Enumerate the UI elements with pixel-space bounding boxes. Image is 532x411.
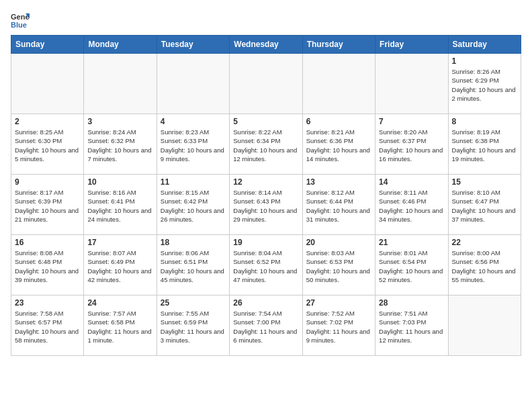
day-info: Sunrise: 8:24 AMSunset: 6:32 PMDaylight:… (87, 128, 152, 163)
weekday-header: Wednesday (230, 36, 302, 54)
calendar-cell: 14Sunrise: 8:11 AMSunset: 6:46 PMDayligh… (375, 175, 448, 235)
day-number: 10 (87, 177, 152, 187)
day-info: Sunrise: 7:52 AMSunset: 7:02 PMDaylight:… (306, 309, 371, 345)
day-number: 11 (161, 177, 226, 187)
day-info: Sunrise: 7:57 AMSunset: 6:58 PMDaylight:… (87, 309, 152, 345)
weekday-header: Sunday (11, 36, 84, 54)
calendar-table: SundayMondayTuesdayWednesdayThursdayFrid… (11, 35, 521, 356)
day-number: 15 (452, 177, 517, 187)
day-info: Sunrise: 7:51 AMSunset: 7:03 PMDaylight:… (379, 309, 444, 345)
weekday-header: Monday (84, 36, 157, 54)
day-info: Sunrise: 8:11 AMSunset: 6:46 PMDaylight:… (379, 188, 444, 224)
calendar-cell: 17Sunrise: 8:07 AMSunset: 6:49 PMDayligh… (84, 235, 157, 295)
calendar-cell (302, 54, 375, 114)
day-info: Sunrise: 8:17 AMSunset: 6:39 PMDaylight:… (15, 188, 80, 224)
day-info: Sunrise: 7:58 AMSunset: 6:57 PMDaylight:… (15, 309, 80, 345)
calendar-cell: 2Sunrise: 8:25 AMSunset: 6:30 PMDaylight… (11, 114, 84, 175)
day-number: 12 (233, 177, 298, 187)
calendar-cell: 18Sunrise: 8:06 AMSunset: 6:51 PMDayligh… (157, 235, 229, 295)
day-number: 2 (15, 117, 80, 126)
calendar-cell: 11Sunrise: 8:15 AMSunset: 6:42 PMDayligh… (157, 175, 229, 235)
day-number: 22 (452, 238, 517, 247)
day-number: 21 (379, 238, 444, 247)
day-number: 3 (87, 117, 152, 126)
calendar-cell: 24Sunrise: 7:57 AMSunset: 6:58 PMDayligh… (84, 295, 157, 356)
day-info: Sunrise: 8:03 AMSunset: 6:53 PMDaylight:… (306, 248, 371, 284)
calendar-cell: 16Sunrise: 8:08 AMSunset: 6:48 PMDayligh… (11, 235, 84, 295)
calendar-cell: 15Sunrise: 8:10 AMSunset: 6:47 PMDayligh… (448, 175, 521, 235)
day-info: Sunrise: 8:07 AMSunset: 6:49 PMDaylight:… (87, 248, 152, 284)
day-number: 7 (379, 117, 444, 126)
calendar-cell: 13Sunrise: 8:12 AMSunset: 6:44 PMDayligh… (302, 175, 375, 235)
weekday-header: Thursday (302, 36, 375, 54)
day-info: Sunrise: 8:14 AMSunset: 6:43 PMDaylight:… (233, 188, 298, 224)
day-info: Sunrise: 8:12 AMSunset: 6:44 PMDaylight:… (306, 188, 371, 224)
weekday-header: Friday (375, 36, 448, 54)
day-info: Sunrise: 8:23 AMSunset: 6:33 PMDaylight:… (161, 128, 226, 163)
calendar-cell: 7Sunrise: 8:20 AMSunset: 6:37 PMDaylight… (375, 114, 448, 175)
calendar-cell: 1Sunrise: 8:26 AMSunset: 6:29 PMDaylight… (448, 54, 521, 114)
calendar-cell: 8Sunrise: 8:19 AMSunset: 6:38 PMDaylight… (448, 114, 521, 175)
logo: General Blue (11, 11, 32, 30)
calendar-cell: 6Sunrise: 8:21 AMSunset: 6:36 PMDaylight… (302, 114, 375, 175)
calendar-cell: 3Sunrise: 8:24 AMSunset: 6:32 PMDaylight… (84, 114, 157, 175)
calendar-cell (157, 54, 229, 114)
day-number: 20 (306, 238, 371, 247)
day-info: Sunrise: 7:54 AMSunset: 7:00 PMDaylight:… (233, 309, 298, 345)
day-number: 4 (161, 117, 226, 126)
day-info: Sunrise: 8:21 AMSunset: 6:36 PMDaylight:… (306, 128, 371, 163)
calendar-cell: 5Sunrise: 8:22 AMSunset: 6:34 PMDaylight… (230, 114, 302, 175)
day-info: Sunrise: 8:25 AMSunset: 6:30 PMDaylight:… (15, 128, 80, 163)
page-header: General Blue (11, 11, 521, 30)
calendar-cell: 26Sunrise: 7:54 AMSunset: 7:00 PMDayligh… (230, 295, 302, 356)
day-number: 6 (306, 117, 371, 126)
day-number: 19 (233, 238, 298, 247)
calendar-cell: 4Sunrise: 8:23 AMSunset: 6:33 PMDaylight… (157, 114, 229, 175)
day-info: Sunrise: 8:06 AMSunset: 6:51 PMDaylight:… (161, 248, 226, 284)
day-info: Sunrise: 8:20 AMSunset: 6:37 PMDaylight:… (379, 128, 444, 163)
day-number: 26 (233, 298, 298, 308)
calendar-cell: 9Sunrise: 8:17 AMSunset: 6:39 PMDaylight… (11, 175, 84, 235)
calendar-cell: 19Sunrise: 8:04 AMSunset: 6:52 PMDayligh… (230, 235, 302, 295)
calendar-cell: 22Sunrise: 8:00 AMSunset: 6:56 PMDayligh… (448, 235, 521, 295)
day-info: Sunrise: 8:00 AMSunset: 6:56 PMDaylight:… (452, 248, 517, 284)
day-info: Sunrise: 8:16 AMSunset: 6:41 PMDaylight:… (87, 188, 152, 224)
calendar-cell (230, 54, 302, 114)
calendar-cell: 23Sunrise: 7:58 AMSunset: 6:57 PMDayligh… (11, 295, 84, 356)
calendar-cell (375, 54, 448, 114)
day-info: Sunrise: 8:04 AMSunset: 6:52 PMDaylight:… (233, 248, 298, 284)
day-number: 8 (452, 117, 517, 126)
day-number: 24 (87, 298, 152, 308)
calendar-cell: 27Sunrise: 7:52 AMSunset: 7:02 PMDayligh… (302, 295, 375, 356)
logo-icon: General Blue (11, 11, 30, 30)
calendar-cell: 28Sunrise: 7:51 AMSunset: 7:03 PMDayligh… (375, 295, 448, 356)
day-info: Sunrise: 8:15 AMSunset: 6:42 PMDaylight:… (161, 188, 226, 224)
day-number: 18 (161, 238, 226, 247)
day-number: 16 (15, 238, 80, 247)
day-number: 14 (379, 177, 444, 187)
calendar-cell: 10Sunrise: 8:16 AMSunset: 6:41 PMDayligh… (84, 175, 157, 235)
day-number: 13 (306, 177, 371, 187)
day-info: Sunrise: 8:26 AMSunset: 6:29 PMDaylight:… (452, 67, 517, 103)
calendar-cell (84, 54, 157, 114)
calendar-cell: 12Sunrise: 8:14 AMSunset: 6:43 PMDayligh… (230, 175, 302, 235)
calendar-cell: 25Sunrise: 7:55 AMSunset: 6:59 PMDayligh… (157, 295, 229, 356)
calendar-cell: 20Sunrise: 8:03 AMSunset: 6:53 PMDayligh… (302, 235, 375, 295)
day-number: 1 (452, 56, 517, 66)
day-info: Sunrise: 7:55 AMSunset: 6:59 PMDaylight:… (161, 309, 226, 345)
day-info: Sunrise: 8:08 AMSunset: 6:48 PMDaylight:… (15, 248, 80, 284)
day-number: 27 (306, 298, 371, 308)
day-number: 5 (233, 117, 298, 126)
svg-text:Blue: Blue (11, 21, 27, 29)
calendar-cell (11, 54, 84, 114)
weekday-header: Saturday (448, 36, 521, 54)
day-number: 9 (15, 177, 80, 187)
calendar-cell: 21Sunrise: 8:01 AMSunset: 6:54 PMDayligh… (375, 235, 448, 295)
day-info: Sunrise: 8:01 AMSunset: 6:54 PMDaylight:… (379, 248, 444, 284)
day-number: 23 (15, 298, 80, 308)
day-number: 17 (87, 238, 152, 247)
day-number: 28 (379, 298, 444, 308)
day-info: Sunrise: 8:19 AMSunset: 6:38 PMDaylight:… (452, 128, 517, 163)
weekday-header: Tuesday (157, 36, 229, 54)
day-info: Sunrise: 8:10 AMSunset: 6:47 PMDaylight:… (452, 188, 517, 224)
